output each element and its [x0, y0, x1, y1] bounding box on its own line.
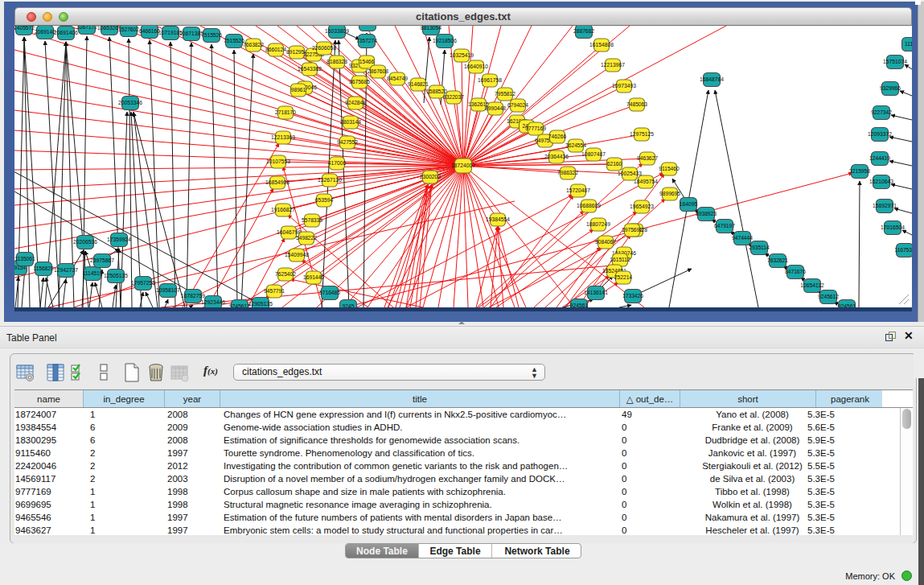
svg-text:9899695: 9899695 [659, 191, 680, 196]
svg-text:1067172: 1067172 [76, 26, 97, 30]
svg-text:13267130: 13267130 [318, 177, 342, 183]
svg-text:1588520: 1588520 [426, 89, 447, 94]
svg-text:3675685: 3675685 [349, 79, 370, 84]
svg-text:1117: 1117 [905, 41, 912, 47]
svg-text:15751074: 15751074 [883, 59, 907, 64]
svg-text:9474444: 9474444 [732, 235, 753, 241]
svg-text:2887682: 2887682 [573, 28, 594, 34]
svg-text:164095: 164095 [680, 201, 698, 207]
svg-text:17957255: 17957255 [131, 280, 155, 286]
svg-text:62160: 62160 [607, 161, 622, 167]
svg-text:19218506: 19218506 [433, 38, 457, 43]
svg-text:16854908: 16854908 [265, 179, 290, 185]
svg-text:8938923: 8938923 [696, 211, 717, 216]
svg-text:10325419: 10325419 [450, 52, 474, 58]
svg-text:16033809: 16033809 [325, 28, 349, 34]
svg-text:20364436: 20364436 [544, 154, 569, 159]
svg-text:7986322: 7986322 [557, 170, 578, 175]
svg-text:7632621: 7632621 [767, 257, 788, 263]
svg-text:10958107: 10958107 [156, 287, 180, 293]
svg-text:10688609: 10688609 [577, 203, 601, 208]
svg-text:18495754: 18495754 [634, 179, 658, 184]
svg-text:7515526: 7515526 [201, 32, 222, 38]
svg-text:6794024: 6794024 [507, 102, 528, 108]
svg-text:8471676: 8471676 [785, 269, 806, 274]
svg-text:1615112: 1615112 [610, 257, 630, 262]
svg-text:17359924: 17359924 [107, 237, 131, 242]
svg-text:12975125: 12975125 [630, 131, 654, 137]
svg-text:1244419: 1244419 [869, 155, 890, 161]
svg-text:2718170: 2718170 [275, 109, 296, 115]
svg-text:15720407: 15720407 [566, 187, 590, 193]
svg-text:20691406: 20691406 [54, 30, 78, 35]
svg-text:16848784: 16848784 [700, 76, 724, 82]
svg-text:18724007: 18724007 [451, 163, 475, 168]
svg-text:8454749: 8454749 [387, 76, 408, 81]
svg-text:16961758: 16961758 [478, 77, 502, 83]
svg-text:7357274: 7357274 [356, 38, 377, 43]
svg-text:9457791: 9457791 [264, 288, 285, 294]
svg-text:9227342: 9227342 [871, 109, 892, 115]
svg-text:8660124: 8660124 [265, 47, 286, 52]
svg-text:3215958: 3215958 [849, 168, 870, 174]
svg-text:15466: 15466 [359, 59, 375, 64]
svg-text:2867608: 2867608 [368, 68, 388, 74]
svg-text:9329966: 9329966 [880, 85, 901, 91]
svg-text:6479197: 6479197 [714, 223, 735, 229]
svg-text:9463627: 9463627 [637, 155, 658, 161]
svg-text:1527602: 1527602 [118, 27, 139, 32]
svg-text:15692971: 15692971 [873, 203, 897, 208]
svg-text:16782759: 16782759 [181, 293, 205, 299]
svg-text:5716485: 5716485 [319, 290, 340, 295]
svg-text:746266: 746266 [548, 134, 567, 139]
svg-text:10107553: 10107553 [266, 159, 290, 164]
svg-text:1691440: 1691440 [303, 274, 324, 280]
svg-text:6466160: 6466160 [139, 28, 160, 34]
svg-text:7625402: 7625402 [275, 271, 296, 277]
svg-text:18807249: 18807249 [586, 221, 610, 227]
svg-text:16154808: 16154808 [589, 42, 614, 47]
svg-text:9777169: 9777169 [525, 126, 546, 131]
svg-text:9084067: 9084067 [595, 239, 616, 245]
svg-text:653594: 653594 [315, 197, 334, 203]
svg-text:12942737: 12942737 [54, 267, 78, 273]
svg-text:15409948: 15409948 [285, 252, 309, 257]
svg-text:19654923: 19654923 [630, 204, 654, 209]
svg-text:10973493: 10973493 [612, 83, 636, 89]
svg-text:10807487: 10807487 [581, 151, 606, 157]
svg-text:16046798: 16046798 [277, 229, 301, 235]
svg-text:98961: 98961 [291, 87, 306, 93]
svg-text:20206536: 20206536 [73, 239, 97, 245]
svg-text:7485063: 7485063 [626, 101, 647, 107]
svg-text:8322037: 8322037 [443, 94, 464, 100]
svg-text:19384554: 19384554 [486, 216, 510, 222]
svg-text:2935114: 2935114 [749, 245, 770, 250]
svg-text:1156829: 1156829 [33, 266, 54, 271]
svg-text:8990448: 8990448 [485, 105, 506, 111]
svg-text:10654112: 10654112 [800, 282, 824, 288]
svg-text:9115460: 9115460 [659, 166, 680, 171]
svg-text:14136141: 14136141 [584, 290, 608, 295]
svg-text:22606058: 22606058 [312, 45, 336, 51]
svg-text:1135061: 1135061 [14, 256, 35, 262]
svg-text:12213967: 12213967 [601, 62, 625, 68]
svg-text:7663822: 7663822 [243, 42, 264, 47]
svg-text:8912954: 8912954 [357, 26, 378, 27]
svg-text:17016504: 17016504 [881, 225, 905, 230]
svg-text:417006: 417006 [328, 160, 347, 166]
svg-text:8813054: 8813054 [421, 26, 441, 31]
svg-text:12923446: 12923446 [201, 299, 225, 305]
svg-text:9427552: 9427552 [337, 139, 358, 145]
svg-text:1114519: 1114519 [82, 270, 102, 276]
svg-text:10671385: 10671385 [179, 31, 203, 36]
svg-text:2803144: 2803144 [340, 119, 361, 125]
svg-text:10025433: 10025433 [618, 171, 642, 176]
svg-text:9242848: 9242848 [345, 100, 366, 105]
svg-text:7515526: 7515526 [224, 38, 244, 43]
svg-text:12093372: 12093372 [868, 131, 892, 137]
svg-text:1733426: 1733426 [622, 293, 643, 299]
svg-text:9146821: 9146821 [408, 81, 429, 87]
svg-text:20053346: 20053346 [118, 100, 142, 105]
svg-text:7955812: 7955812 [495, 91, 515, 97]
svg-text:12505135: 12505135 [104, 273, 128, 278]
